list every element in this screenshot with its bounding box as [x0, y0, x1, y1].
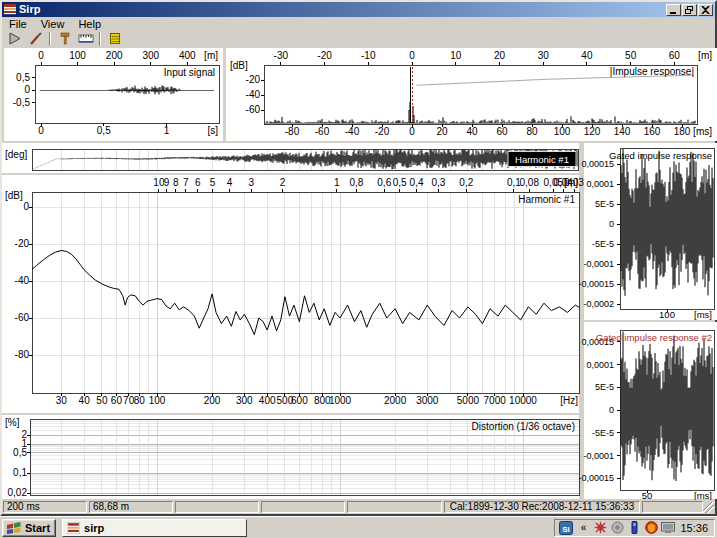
ruler-icon	[78, 32, 94, 45]
volume-tray-icon[interactable]	[610, 521, 624, 535]
restore-button[interactable]	[682, 4, 697, 16]
impulse-response-plot[interactable]	[226, 48, 717, 141]
edit-button[interactable]	[25, 31, 46, 47]
menu-file[interactable]: File	[2, 18, 34, 30]
toolbar-separator-2	[99, 32, 101, 46]
distortion-plot[interactable]	[2, 415, 581, 499]
sirp-task-icon	[67, 522, 80, 534]
desktop: Sirp File View Help	[0, 0, 717, 538]
gated-impulse-2-plot[interactable]	[586, 322, 717, 499]
menu-view[interactable]: View	[34, 18, 72, 30]
close-icon	[701, 6, 710, 14]
windows-flag-icon	[6, 521, 22, 535]
status-cell-3	[175, 501, 259, 513]
security-tray-icon[interactable]	[644, 521, 658, 535]
start-label: Start	[25, 522, 50, 534]
collapse-chevron-icon[interactable]: «	[576, 521, 590, 535]
measure-button[interactable]	[75, 31, 96, 47]
status-cell-4	[261, 501, 345, 513]
task-button-sirp[interactable]: sirp	[62, 519, 247, 537]
minimize-icon	[669, 6, 678, 14]
resize-grip[interactable]	[703, 502, 714, 513]
toolbar	[2, 30, 715, 47]
usb-device-tray-icon[interactable]	[627, 521, 641, 535]
taskbar: Start sirp Si «	[0, 516, 717, 538]
battery-icon	[109, 32, 121, 45]
status-cell-5	[347, 501, 442, 513]
menu-help[interactable]: Help	[71, 18, 108, 30]
run-button[interactable]	[4, 31, 25, 47]
input-signal-plot[interactable]	[4, 48, 223, 141]
hammer-icon	[58, 32, 72, 45]
minimize-button[interactable]	[666, 4, 681, 16]
star-tray-icon[interactable]	[593, 521, 607, 535]
title-bar[interactable]: Sirp	[2, 2, 715, 17]
status-cell-distance: 68,68 m	[89, 501, 173, 513]
system-tray: Si « 15:36	[554, 519, 715, 537]
status-cell-calibration: Cal:1899-12-30 Rec:2008-12-11 15:36:33	[444, 501, 640, 513]
tools-button[interactable]	[54, 31, 75, 47]
status-bar: 200 ms 68,68 m Cal:1899-12-30 Rec:2008-1…	[2, 500, 715, 514]
svg-text:Si: Si	[563, 524, 571, 533]
taskbar-clock[interactable]: 15:36	[678, 522, 710, 534]
screwdriver-icon	[29, 32, 43, 45]
gated-impulse-plot[interactable]	[586, 143, 717, 320]
app-icon	[4, 4, 16, 15]
harmonic-plot[interactable]	[2, 175, 581, 413]
window-title: Sirp	[19, 3, 665, 16]
sirp-tray-icon[interactable]: Si	[559, 521, 573, 535]
start-button[interactable]: Start	[2, 519, 56, 537]
toolbar-separator	[49, 32, 51, 46]
plot-area: 0100200300400[m]00,51[s]0,50-0,5Input si…	[2, 47, 715, 500]
display-tray-icon[interactable]	[661, 521, 675, 535]
app-window: Sirp File View Help	[0, 0, 717, 516]
menu-bar: File View Help	[2, 17, 715, 30]
status-cell-time: 200 ms	[3, 501, 87, 513]
battery-button[interactable]	[104, 31, 125, 47]
restore-icon	[685, 6, 694, 14]
task-label: sirp	[84, 522, 104, 534]
status-cell-7	[642, 501, 703, 513]
play-icon	[8, 32, 22, 45]
close-button[interactable]	[698, 4, 713, 16]
phase-plot[interactable]	[2, 143, 581, 173]
